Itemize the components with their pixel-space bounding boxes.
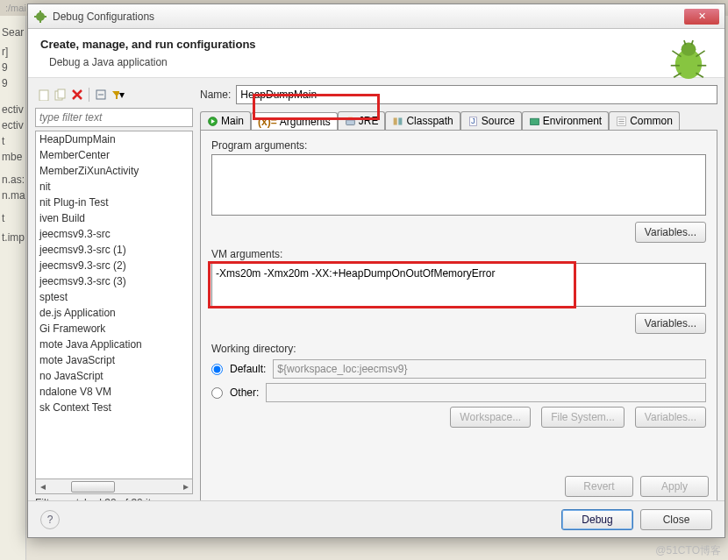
tree-item[interactable]: MemberZiXunActivity [36,163,192,179]
scroll-left-icon[interactable]: ◂ [36,480,49,493]
apply-button[interactable]: Apply [640,476,709,497]
tree-hscrollbar[interactable]: ◂ ▸ [35,479,193,494]
scroll-right-icon[interactable]: ▸ [179,480,192,493]
tree-item[interactable]: jeecmsv9.3-src (1) [36,242,192,258]
program-args-input[interactable] [211,154,706,216]
help-icon[interactable]: ? [40,510,60,529]
background-sidebar-fragment: Searr]99ectivectivtmben.as:n.matt.imp [0,16,26,560]
revert-button[interactable]: Revert [565,476,633,497]
vm-args-variables-button[interactable]: Variables... [635,313,706,334]
duplicate-config-icon[interactable] [54,88,68,102]
svg-rect-15 [39,90,48,101]
debug-icon [33,10,47,24]
debug-button[interactable]: Debug [561,509,633,530]
svg-rect-3 [34,16,37,18]
tree-item[interactable]: nit [36,179,192,195]
filter-input[interactable] [35,108,193,127]
tab-arguments[interactable]: (x)= Arguments [251,112,338,131]
watermark: @51CTO博客 [655,543,721,558]
tab-classpath[interactable]: Classpath [385,111,460,130]
dialog-header: Create, manage, and run configurations D… [28,29,724,78]
dialog-bottom-bar: ? Debug Close [28,500,724,537]
collapse-all-icon[interactable] [94,88,108,102]
filesystem-button[interactable]: File System... [541,407,625,428]
svg-rect-1 [39,11,41,13]
new-config-icon[interactable] [37,88,51,102]
filter-menu-icon[interactable]: ▾ [111,88,125,102]
workspace-button[interactable]: Workspace... [450,407,531,428]
name-label: Name: [200,89,231,101]
delete-config-icon[interactable] [70,88,84,102]
tab-jre[interactable]: JRE [338,111,386,130]
dialog-title: Debug Configurations [53,11,684,23]
workdir-default-label: Default: [230,363,266,375]
tree-item[interactable]: jeecmsv9.3-src [36,226,192,242]
tab-environment[interactable]: Environment [522,111,609,130]
svg-rect-22 [348,117,353,119]
workdir-other-label: Other: [230,386,259,399]
bug-icon [665,36,712,83]
close-button[interactable]: Close [640,509,712,530]
tree-item[interactable]: mote JavaScript [36,352,192,368]
filter-field-wrapper [35,108,193,127]
workdir-other-input[interactable] [266,383,706,402]
titlebar: Debug Configurations ✕ [28,4,724,29]
vm-args-input[interactable] [211,263,706,307]
tree-item[interactable]: iven Build [36,210,192,226]
program-args-variables-button[interactable]: Variables... [635,222,706,243]
window-close-button[interactable]: ✕ [684,9,719,25]
debug-config-dialog: Debug Configurations ✕ Create, manage, a… [27,4,725,538]
tree-item[interactable]: HeapDumpMain [36,131,192,147]
config-tree[interactable]: HeapDumpMain MemberCenter MemberZiXunAct… [35,131,193,479]
tree-item[interactable]: sk Context Test [36,400,192,415]
svg-rect-4 [44,16,46,18]
tree-item[interactable]: nit Plug-in Test [36,195,192,210]
tree-item[interactable]: Gi Framework [36,321,192,337]
svg-point-0 [36,12,45,21]
tab-bar: Main (x)= Arguments JRE Classpath JSourc… [200,110,717,131]
tree-item[interactable]: no JavaScript [36,368,192,384]
workdir-variables-button[interactable]: Variables... [635,407,706,428]
arguments-tab-content: Program arguments: Variables... VM argum… [200,131,717,509]
svg-rect-17 [58,89,65,98]
tree-item[interactable]: de.js Application [36,305,192,321]
program-args-label: Program arguments: [211,139,706,152]
tab-common[interactable]: Common [609,111,680,130]
working-dir-label: Working directory: [211,343,706,355]
config-tree-panel: ▾ HeapDumpMain MemberCenter MemberZiXunA… [35,85,193,509]
workdir-default-input [273,359,706,379]
tree-item[interactable]: jeecmsv9.3-src (2) [36,258,192,273]
vm-args-label: VM arguments: [211,248,706,260]
config-editor-panel: Name: Main (x)= Arguments JRE Classpath … [200,85,717,509]
header-subtitle: Debug a Java application [49,56,712,68]
svg-text:J: J [471,116,475,125]
tree-item[interactable]: sptest [36,289,192,305]
svg-rect-2 [39,20,41,23]
header-title: Create, manage, and run configurations [40,38,712,51]
tree-item[interactable]: ndalone V8 VM [36,384,192,400]
tab-main[interactable]: Main [200,111,251,130]
workdir-other-radio[interactable] [211,387,223,399]
workdir-default-radio[interactable] [211,364,223,375]
tab-source[interactable]: JSource [460,111,522,130]
svg-rect-23 [394,117,397,124]
tree-item[interactable]: mote Java Application [36,337,192,352]
svg-rect-27 [530,118,539,124]
svg-rect-24 [399,117,403,124]
tree-toolbar: ▾ [35,85,193,104]
tree-item[interactable]: jeecmsv9.3-src (3) [36,273,192,289]
svg-point-6 [682,43,696,56]
svg-rect-21 [346,119,354,124]
scroll-thumb[interactable] [71,481,115,493]
tree-item[interactable]: MemberCenter [36,147,192,163]
name-input[interactable] [236,85,717,104]
